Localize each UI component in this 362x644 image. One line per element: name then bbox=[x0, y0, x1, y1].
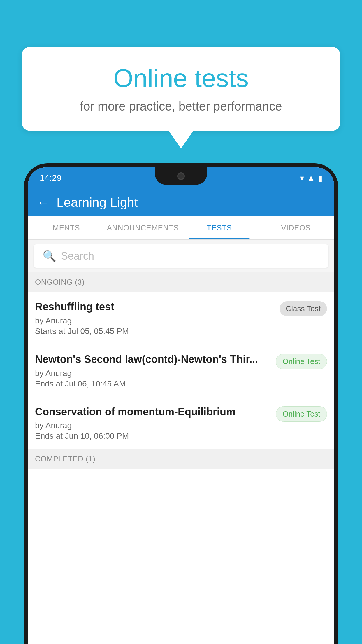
test-name-reshuffling: Reshuffling test bbox=[35, 300, 274, 314]
back-button[interactable]: ← bbox=[37, 196, 50, 209]
tab-videos[interactable]: VIDEOS bbox=[258, 216, 334, 239]
tab-announcements[interactable]: ANNOUNCEMENTS bbox=[105, 216, 181, 239]
status-bar: 14:29 ▾ ▲ ▮ bbox=[28, 167, 334, 188]
tab-tests[interactable]: TESTS bbox=[181, 216, 258, 239]
battery-icon: ▮ bbox=[318, 173, 322, 183]
bubble-title: Online tests bbox=[45, 64, 317, 92]
camera bbox=[177, 172, 185, 180]
search-bar[interactable]: 🔍 Search bbox=[34, 244, 328, 268]
test-badge-newton: Online Test bbox=[276, 354, 327, 369]
completed-section-label: COMPLETED (1) bbox=[28, 449, 334, 469]
app-header: ← Learning Light bbox=[28, 188, 334, 216]
speech-bubble-section: Online tests for more practice, better p… bbox=[22, 47, 340, 148]
phone-screen: 14:29 ▾ ▲ ▮ ← Learning Light MENTS ANNOU… bbox=[28, 167, 334, 644]
search-container: 🔍 Search bbox=[28, 240, 334, 272]
test-info-conservation: Conservation of momentum-Equilibrium by … bbox=[35, 405, 276, 441]
test-item-conservation[interactable]: Conservation of momentum-Equilibrium by … bbox=[28, 397, 334, 449]
test-time-reshuffling: Starts at Jul 05, 05:45 PM bbox=[35, 327, 274, 336]
status-icons: ▾ ▲ ▮ bbox=[300, 173, 322, 183]
test-time-conservation: Ends at Jun 10, 06:00 PM bbox=[35, 431, 270, 441]
bubble-subtitle: for more practice, better performance bbox=[45, 99, 317, 113]
test-time-newton: Ends at Jul 06, 10:45 AM bbox=[35, 379, 270, 388]
speech-bubble: Online tests for more practice, better p… bbox=[22, 47, 340, 131]
test-by-reshuffling: by Anurag bbox=[35, 316, 274, 326]
ongoing-section-label: ONGOING (3) bbox=[28, 272, 334, 292]
test-info-reshuffling: Reshuffling test by Anurag Starts at Jul… bbox=[35, 300, 280, 336]
wifi-icon: ▾ bbox=[300, 173, 304, 183]
test-badge-reshuffling: Class Test bbox=[280, 301, 327, 316]
signal-icon: ▲ bbox=[307, 173, 315, 183]
test-item-newton[interactable]: Newton's Second law(contd)-Newton's Thir… bbox=[28, 344, 334, 397]
phone-notch bbox=[155, 167, 207, 185]
app-title: Learning Light bbox=[57, 195, 138, 210]
test-badge-conservation: Online Test bbox=[276, 406, 327, 422]
test-by-conservation: by Anurag bbox=[35, 421, 270, 430]
test-name-newton: Newton's Second law(contd)-Newton's Thir… bbox=[35, 353, 270, 366]
bubble-arrow bbox=[169, 131, 193, 148]
test-name-conservation: Conservation of momentum-Equilibrium bbox=[35, 405, 270, 419]
test-info-newton: Newton's Second law(contd)-Newton's Thir… bbox=[35, 353, 276, 388]
test-item-reshuffling[interactable]: Reshuffling test by Anurag Starts at Jul… bbox=[28, 292, 334, 344]
ongoing-test-list: Reshuffling test by Anurag Starts at Jul… bbox=[28, 292, 334, 449]
phone-frame: 14:29 ▾ ▲ ▮ ← Learning Light MENTS ANNOU… bbox=[24, 163, 338, 644]
status-time: 14:29 bbox=[40, 173, 61, 183]
search-icon: 🔍 bbox=[43, 250, 56, 262]
test-by-newton: by Anurag bbox=[35, 369, 270, 378]
tab-assignments[interactable]: MENTS bbox=[28, 216, 105, 239]
tab-bar: MENTS ANNOUNCEMENTS TESTS VIDEOS bbox=[28, 216, 334, 240]
search-input[interactable]: Search bbox=[61, 250, 94, 262]
